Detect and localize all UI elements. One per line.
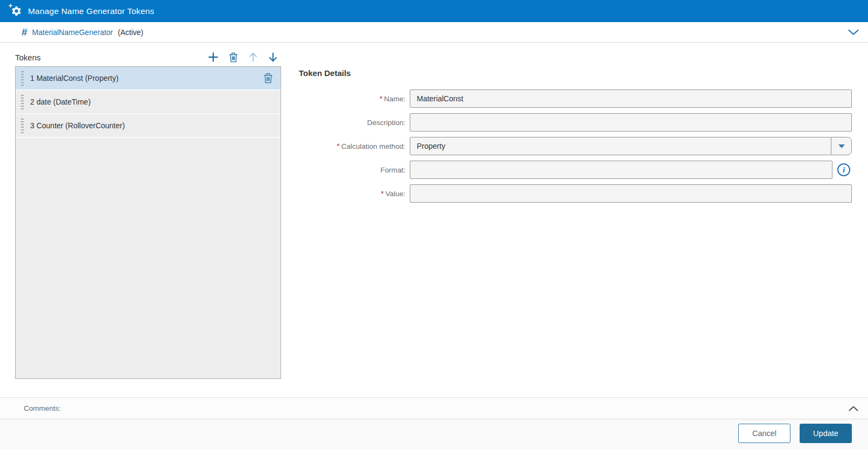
format-field-row: Format: i — [299, 161, 852, 179]
chevron-down-icon[interactable] — [848, 29, 859, 35]
dropdown-button[interactable] — [831, 137, 851, 155]
token-row-material-const[interactable]: 1 MaterialConst (Property) — [16, 67, 281, 91]
drag-handle-icon[interactable] — [21, 119, 24, 133]
format-input[interactable] — [410, 161, 832, 179]
update-button[interactable]: Update — [800, 424, 852, 443]
generator-status: (Active) — [118, 28, 143, 37]
token-row-label: 1 MaterialConst (Property) — [30, 74, 257, 82]
trash-icon — [263, 73, 273, 84]
drag-handle-icon[interactable] — [21, 95, 24, 109]
move-token-down-button[interactable] — [267, 51, 279, 64]
titlebar: Manage Name Generator Tokens — [0, 0, 868, 22]
tokens-toolbar — [207, 51, 281, 64]
token-list: 1 MaterialConst (Property) 2 date (DateT… — [15, 66, 281, 379]
token-details-form: *Name: Description: *Calculation method:… — [299, 89, 852, 208]
name-field-row: *Name: — [299, 89, 852, 108]
manage-name-generator-tokens-dialog: Manage Name Generator Tokens # MaterialN… — [0, 0, 868, 449]
add-token-button[interactable] — [207, 51, 220, 64]
value-label: *Value: — [299, 189, 410, 198]
required-marker: * — [381, 189, 383, 198]
tokens-panel-title: Tokens — [15, 53, 41, 62]
arrow-down-icon — [269, 52, 277, 62]
token-row-label: 3 Counter (RolloverCounter) — [30, 121, 273, 130]
delete-token-button[interactable] — [227, 51, 240, 64]
value-field-row: *Value: — [299, 184, 852, 203]
drag-handle-icon[interactable] — [21, 71, 24, 86]
dialog-title: Manage Name Generator Tokens — [28, 6, 155, 16]
footer: Cancel Update — [0, 419, 868, 449]
info-icon[interactable]: i — [837, 163, 850, 176]
gear-with-spark-icon — [11, 5, 22, 17]
description-input[interactable] — [410, 113, 852, 132]
token-row-label: 2 date (DateTime) — [30, 98, 273, 106]
trash-icon — [229, 52, 238, 63]
token-row-counter[interactable]: 3 Counter (RolloverCounter) — [16, 114, 281, 138]
chevron-up-icon[interactable] — [849, 406, 858, 411]
caret-down-icon — [838, 144, 845, 148]
hash-icon: # — [22, 27, 27, 37]
calculation-method-value: Property — [410, 137, 831, 155]
required-marker: * — [337, 142, 339, 150]
tokens-panel-header: Tokens — [15, 50, 281, 65]
name-label: *Name: — [299, 94, 410, 103]
cancel-button[interactable]: Cancel — [738, 424, 790, 443]
value-input[interactable] — [410, 184, 852, 203]
calculation-method-label: *Calculation method: — [299, 142, 410, 150]
required-marker: * — [380, 94, 382, 103]
description-field-row: Description: — [299, 113, 852, 132]
plus-icon — [208, 52, 219, 63]
generator-name: MaterialNameGenerator — [32, 28, 113, 37]
format-label: Format: — [299, 166, 410, 174]
name-input[interactable] — [410, 89, 852, 108]
move-token-up-button[interactable] — [247, 51, 260, 64]
token-row-date[interactable]: 2 date (DateTime) — [16, 91, 281, 114]
calculation-method-select[interactable]: Property — [410, 137, 852, 155]
token-details-title: Token Details — [299, 68, 351, 78]
description-label: Description: — [299, 119, 410, 127]
arrow-up-icon — [249, 52, 257, 62]
row-delete-button[interactable] — [263, 73, 273, 84]
comments-strip: Comments: — [0, 397, 868, 419]
comments-label: Comments: — [24, 404, 61, 412]
generator-header: # MaterialNameGenerator (Active) — [0, 22, 868, 43]
calculation-method-field-row: *Calculation method: Property — [299, 137, 852, 155]
